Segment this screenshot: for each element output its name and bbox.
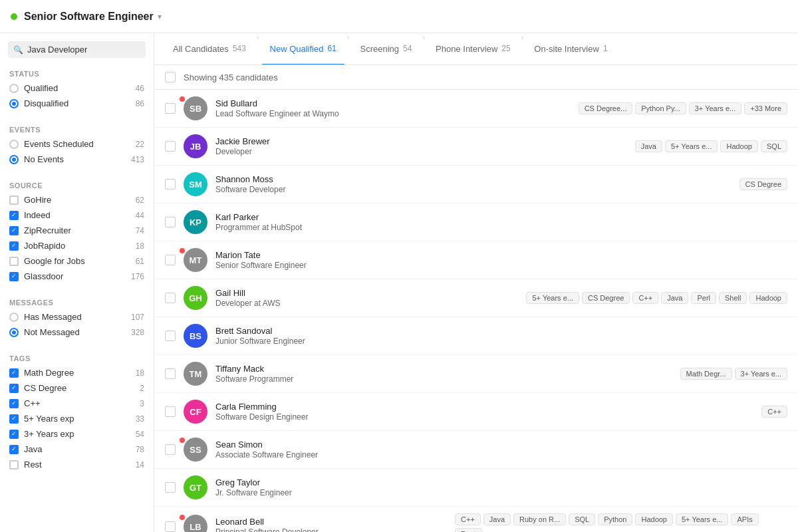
app-header: Senior Software Engineer ▾ xyxy=(0,0,798,33)
sidebar-item-jobrapido[interactable]: JobRapido18 xyxy=(0,238,154,253)
candidate-info: Greg TaylorJr. Software Engineer xyxy=(215,477,787,497)
candidate-name: Marion Tate xyxy=(215,250,787,260)
sidebar-item-not-messaged[interactable]: Not Messaged328 xyxy=(0,325,154,340)
candidate-tag: Python Py... xyxy=(635,102,686,114)
table-row[interactable]: CFCarla FlemmingSoftware Design Engineer… xyxy=(154,393,798,431)
tab-on-site-interview[interactable]: On-site Interview1 xyxy=(526,33,615,65)
tab-count-all: 543 xyxy=(233,44,246,53)
sidebar-item-disqualified[interactable]: Disqualified86 xyxy=(0,96,154,111)
sidebar-section-title-tags: Tags xyxy=(0,350,154,365)
table-row[interactable]: BSBrett SandovalJunior Software Engineer xyxy=(154,317,798,355)
candidate-tag: 5+ Years e... xyxy=(665,140,718,152)
sidebar-section-title-source: Source xyxy=(0,178,154,192)
table-row[interactable]: GTGreg TaylorJr. Software Engineer xyxy=(154,469,798,507)
candidate-tags: CS Degree xyxy=(739,178,787,190)
row-select-checkbox[interactable] xyxy=(165,179,176,190)
tab-all[interactable]: All Candidates543 xyxy=(165,33,254,65)
sidebar-item-label-indeed: Indeed xyxy=(24,210,136,220)
sidebar-item-count-java: 78 xyxy=(136,445,144,454)
table-row[interactable]: SMShannon MossSoftware DeveloperCS Degre… xyxy=(154,166,798,203)
sidebar-item-label-has-messaged: Has Messaged xyxy=(24,312,131,322)
new-indicator-dot xyxy=(180,96,185,102)
table-row[interactable]: SBSid BullardLead Software Engineer at W… xyxy=(154,90,798,128)
row-select-checkbox[interactable] xyxy=(165,331,176,341)
candidate-name: Leonard Bell xyxy=(215,517,447,527)
list-header: Showing 435 candidates xyxy=(154,65,798,90)
sidebar-item-cpp[interactable]: C++3 xyxy=(0,396,154,411)
tab-new-qualified[interactable]: New Qualified61 xyxy=(262,33,344,65)
avatar-wrapper: SB xyxy=(184,96,207,120)
table-row[interactable]: JBJackie BrewerDeveloperJava5+ Years e..… xyxy=(154,128,798,166)
candidate-tag: CS Degree... xyxy=(579,102,633,114)
sidebar-item-qualified[interactable]: Qualified46 xyxy=(0,80,154,96)
row-select-checkbox[interactable] xyxy=(165,368,176,379)
table-row[interactable]: LBLeonard BellPrincipal Software Develop… xyxy=(154,507,798,532)
select-all-checkbox[interactable] xyxy=(165,72,176,82)
sidebar-item-events-scheduled[interactable]: Events Scheduled22 xyxy=(0,136,154,152)
sidebar-item-java[interactable]: Java78 xyxy=(0,442,154,457)
sidebar-item-rest[interactable]: Rest14 xyxy=(0,457,154,472)
radio-events-scheduled xyxy=(9,140,19,149)
avatar-wrapper: JB xyxy=(184,134,207,158)
table-row[interactable]: GHGail HillDeveloper at AWS5+ Years e...… xyxy=(154,279,798,317)
sidebar-item-count-not-messaged: 328 xyxy=(131,328,144,337)
table-row[interactable]: SSSean SimonAssociate Software Engineer xyxy=(154,431,798,469)
showing-count: Showing 435 candidates xyxy=(184,72,278,82)
candidate-tag: Ruby on R... xyxy=(513,513,566,525)
sidebar-section-title-messages: Messages xyxy=(0,295,154,309)
table-row[interactable]: KPKarl ParkerProgrammer at HubSpot xyxy=(154,203,798,241)
sidebar-item-label-gohire: GoHire xyxy=(24,195,136,205)
avatar: GT xyxy=(184,475,207,499)
row-select-checkbox[interactable] xyxy=(165,141,176,152)
candidate-tag: SQL xyxy=(569,513,595,525)
tab-phone-interview[interactable]: Phone Interview25 xyxy=(428,33,519,65)
candidate-info: Marion TateSenior Software Engineer xyxy=(215,250,787,270)
avatar: JB xyxy=(184,134,207,158)
search-box[interactable]: 🔍 xyxy=(8,41,146,58)
tab-screening[interactable]: Screening54 xyxy=(352,33,420,65)
new-indicator-dot xyxy=(180,438,185,443)
sidebar-item-gohire[interactable]: GoHire62 xyxy=(0,192,154,207)
avatar: TM xyxy=(184,362,207,386)
sidebar-item-cs-degree[interactable]: CS Degree2 xyxy=(0,380,154,396)
candidate-tag: Rest xyxy=(455,528,482,532)
sidebar-item-label-not-messaged: Not Messaged xyxy=(24,327,131,337)
sidebar-item-3-years[interactable]: 3+ Years exp54 xyxy=(0,426,154,442)
tab-separator-icon: › xyxy=(257,33,259,65)
table-row[interactable]: TMTiffany MackSoftware ProgrammerMath De… xyxy=(154,355,798,393)
sidebar-item-5-years[interactable]: 5+ Years exp33 xyxy=(0,411,154,426)
sidebar-item-ziprecruiter[interactable]: ZipRecruiter74 xyxy=(0,223,154,238)
search-input[interactable] xyxy=(27,45,140,55)
candidate-tag: Java xyxy=(483,513,511,525)
sidebar-item-label-3-years: 3+ Years exp xyxy=(24,429,136,439)
candidate-name: Shannon Moss xyxy=(215,174,732,184)
row-select-checkbox[interactable] xyxy=(165,406,176,417)
sidebar-item-math-degree[interactable]: Math Degree18 xyxy=(0,365,154,380)
row-select-checkbox[interactable] xyxy=(165,482,176,493)
table-row[interactable]: MTMarion TateSenior Software Engineer xyxy=(154,241,798,279)
row-select-checkbox[interactable] xyxy=(165,103,176,114)
sidebar-item-count-jobrapido: 18 xyxy=(136,241,144,251)
radio-qualified xyxy=(9,84,19,93)
sidebar-item-label-disqualified: Disqualified xyxy=(24,98,136,108)
sidebar-item-indeed[interactable]: Indeed44 xyxy=(0,207,154,223)
avatar-wrapper: LB xyxy=(184,515,207,532)
row-select-checkbox[interactable] xyxy=(165,444,176,455)
sidebar-item-has-messaged[interactable]: Has Messaged107 xyxy=(0,309,154,325)
row-select-checkbox[interactable] xyxy=(165,255,176,265)
candidate-title: Developer at AWS xyxy=(215,299,518,308)
candidate-tag: Hadoop xyxy=(635,513,673,525)
sidebar-item-glassdoor[interactable]: Glassdoor176 xyxy=(0,269,154,284)
row-select-checkbox[interactable] xyxy=(165,293,176,303)
candidate-info: Tiffany MackSoftware Programmer xyxy=(215,364,672,384)
candidate-title: Software Programmer xyxy=(215,374,672,384)
tab-label-all: All Candidates xyxy=(173,44,229,54)
sidebar-item-no-events[interactable]: No Events413 xyxy=(0,152,154,167)
sidebar-item-count-gohire: 62 xyxy=(136,196,144,205)
chevron-down-icon[interactable]: ▾ xyxy=(158,12,162,21)
page-title: Senior Software Engineer xyxy=(24,11,154,23)
row-select-checkbox[interactable] xyxy=(165,521,176,532)
sidebar-item-count-glassdoor: 176 xyxy=(131,272,144,281)
row-select-checkbox[interactable] xyxy=(165,217,176,227)
sidebar-item-google-for-jobs[interactable]: Google for Jobs61 xyxy=(0,253,154,269)
